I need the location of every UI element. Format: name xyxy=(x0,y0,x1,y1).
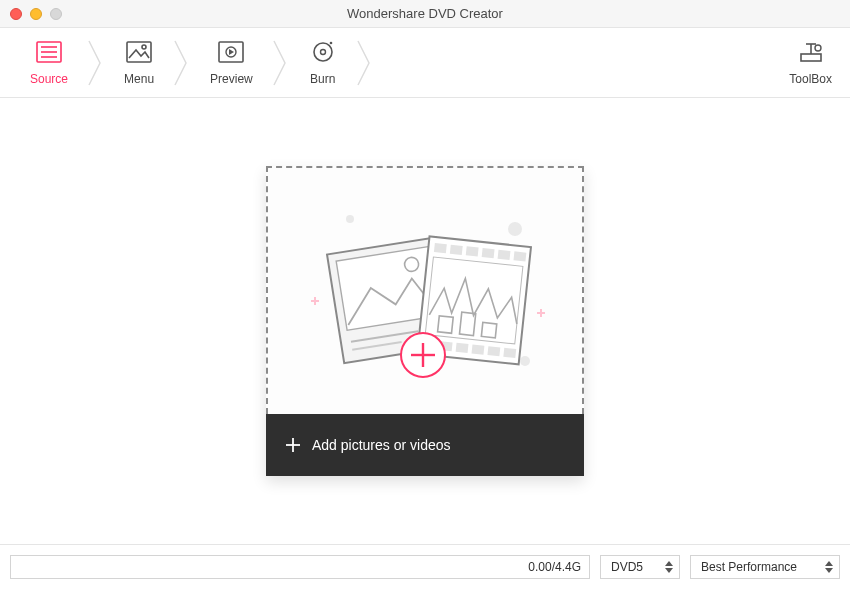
stepper-icon xyxy=(665,561,673,573)
image-icon xyxy=(125,40,153,68)
chevron-right-icon xyxy=(86,33,106,93)
svg-rect-33 xyxy=(498,250,511,260)
maximize-window-button[interactable] xyxy=(50,8,62,20)
disc-type-value: DVD5 xyxy=(611,560,643,574)
window-title: Wondershare DVD Creator xyxy=(0,6,850,21)
toolbox-label: ToolBox xyxy=(789,72,832,86)
add-media-label: Add pictures or videos xyxy=(312,437,451,453)
svg-point-5 xyxy=(142,45,146,49)
svg-rect-30 xyxy=(450,245,463,255)
svg-marker-52 xyxy=(825,561,833,566)
media-placeholder-icon xyxy=(295,191,555,391)
svg-rect-29 xyxy=(434,243,447,253)
chevron-right-icon xyxy=(172,33,192,93)
dropzone-canvas[interactable] xyxy=(266,166,584,414)
tab-preview[interactable]: Preview xyxy=(192,33,271,93)
svg-rect-31 xyxy=(466,246,479,256)
minimize-window-button[interactable] xyxy=(30,8,42,20)
toolbar: Source Menu Preview Burn xyxy=(0,28,850,98)
plus-icon xyxy=(284,436,302,454)
chevron-right-icon xyxy=(271,33,291,93)
svg-point-21 xyxy=(508,222,522,236)
disc-progress-bar: 0.00/4.4G xyxy=(10,555,590,579)
quality-value: Best Performance xyxy=(701,560,797,574)
svg-rect-37 xyxy=(456,343,469,353)
svg-point-20 xyxy=(346,215,354,223)
svg-point-11 xyxy=(329,41,332,44)
bottombar: 0.00/4.4G DVD5 Best Performance xyxy=(0,544,850,589)
tab-label: Preview xyxy=(210,72,253,86)
tab-menu[interactable]: Menu xyxy=(106,33,172,93)
source-icon xyxy=(35,40,63,68)
disc-type-select[interactable]: DVD5 xyxy=(600,555,680,579)
tab-label: Burn xyxy=(310,72,335,86)
window-controls xyxy=(0,8,62,20)
dropzone[interactable]: Add pictures or videos xyxy=(266,166,584,476)
titlebar: Wondershare DVD Creator xyxy=(0,0,850,28)
svg-marker-8 xyxy=(229,49,234,55)
add-media-button[interactable]: Add pictures or videos xyxy=(266,414,584,476)
svg-marker-53 xyxy=(825,568,833,573)
tab-burn[interactable]: Burn xyxy=(291,33,355,93)
tab-source[interactable]: Source xyxy=(12,33,86,93)
step-row: Source Menu Preview Burn xyxy=(12,28,375,97)
svg-rect-34 xyxy=(513,251,526,261)
close-window-button[interactable] xyxy=(10,8,22,20)
main-area: Add pictures or videos xyxy=(0,98,850,544)
svg-point-10 xyxy=(320,49,325,54)
toolbox-button[interactable]: ToolBox xyxy=(783,40,838,86)
tab-label: Source xyxy=(30,72,68,86)
quality-select[interactable]: Best Performance xyxy=(690,555,840,579)
chevron-right-icon xyxy=(355,33,375,93)
svg-marker-51 xyxy=(665,568,673,573)
svg-point-22 xyxy=(520,356,530,366)
stepper-icon xyxy=(825,561,833,573)
svg-marker-50 xyxy=(665,561,673,566)
svg-point-15 xyxy=(815,45,821,51)
svg-rect-38 xyxy=(472,344,485,354)
preview-icon xyxy=(217,40,245,68)
disc-icon xyxy=(309,40,337,68)
toolbox-icon xyxy=(797,40,825,68)
svg-rect-39 xyxy=(487,346,500,356)
tab-label: Menu xyxy=(124,72,154,86)
svg-rect-32 xyxy=(482,248,495,258)
svg-rect-12 xyxy=(801,54,821,61)
disc-progress-text: 0.00/4.4G xyxy=(528,560,581,574)
svg-rect-4 xyxy=(127,42,151,62)
svg-rect-40 xyxy=(503,348,516,358)
svg-point-9 xyxy=(314,43,332,61)
